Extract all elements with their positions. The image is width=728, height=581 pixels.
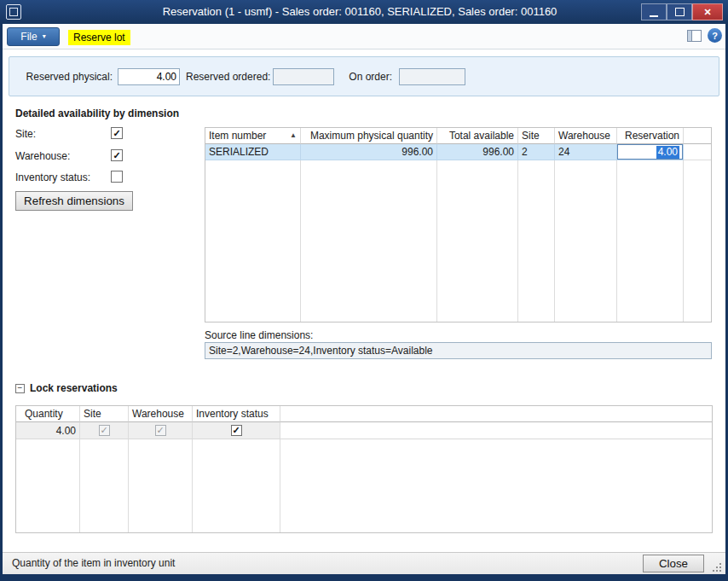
grid-body-filler bbox=[437, 160, 518, 322]
maximize-icon bbox=[675, 8, 685, 16]
layout-icon-pane bbox=[688, 31, 692, 41]
help-icon[interactable]: ? bbox=[708, 28, 722, 43]
cell-site-lock: ✓ bbox=[80, 422, 129, 439]
grid-body-filler bbox=[80, 439, 129, 532]
column-header-label: Site bbox=[84, 408, 101, 420]
refresh-dimensions-button[interactable]: Refresh dimensions bbox=[15, 191, 133, 211]
column-header-label: Inventory status bbox=[196, 408, 269, 420]
reservation-window: Reservation (1 - usmf) - Sales order: 00… bbox=[0, 0, 728, 581]
minimize-icon bbox=[650, 15, 658, 17]
column-header-label: Maximum physical quantity bbox=[310, 130, 433, 142]
grid-body-filler bbox=[684, 160, 711, 322]
collapse-icon[interactable]: − bbox=[15, 384, 25, 393]
column-header-label: Item number bbox=[209, 130, 266, 142]
selected-text: 4.00 bbox=[656, 146, 679, 159]
column-header-site[interactable]: Site bbox=[80, 406, 129, 422]
grid-body-filler bbox=[518, 160, 555, 322]
column-header-reservation[interactable]: Reservation bbox=[617, 128, 684, 144]
close-button[interactable]: Close bbox=[643, 555, 704, 572]
cell-filler bbox=[280, 422, 712, 439]
inventory-status-lock-checkbox[interactable]: ✓ bbox=[231, 425, 242, 436]
availability-grid: Item number ▲ Maximum physical quantity … bbox=[205, 127, 712, 322]
column-header-item-number[interactable]: Item number ▲ bbox=[205, 128, 301, 144]
source-line-dimensions-value: Site=2,Warehouse=24,Inventory status=Ava… bbox=[205, 342, 712, 359]
site-label: Site: bbox=[15, 128, 36, 140]
on-order-label: On order: bbox=[339, 68, 392, 85]
minimize-button[interactable] bbox=[641, 3, 667, 20]
cell-filler bbox=[684, 144, 711, 160]
column-header-label: Total available bbox=[449, 130, 514, 142]
reserved-ordered-field[interactable] bbox=[273, 68, 334, 85]
warehouse-label: Warehouse: bbox=[15, 150, 70, 162]
check-icon: ✓ bbox=[100, 426, 107, 435]
column-header-warehouse[interactable]: Warehouse bbox=[555, 128, 617, 144]
resize-grip[interactable] bbox=[712, 562, 723, 573]
column-header-label: Reservation bbox=[625, 130, 679, 142]
check-icon: ✓ bbox=[113, 151, 120, 160]
cell-total-available[interactable]: 996.00 bbox=[437, 144, 518, 160]
grid-body-filler bbox=[205, 160, 301, 322]
cell-warehouse-lock: ✓ bbox=[129, 422, 193, 439]
reserved-ordered-label: Reserved ordered: bbox=[186, 68, 268, 85]
check-icon: ✓ bbox=[156, 426, 164, 435]
column-header-filler bbox=[280, 406, 712, 422]
column-header-label: Warehouse bbox=[558, 130, 610, 142]
site-checkbox[interactable]: ✓ bbox=[111, 127, 123, 139]
column-header-warehouse[interactable]: Warehouse bbox=[129, 406, 193, 422]
inventory-status-label: Inventory status: bbox=[15, 171, 90, 183]
cell-reservation-editing[interactable]: 4.00 bbox=[617, 144, 684, 160]
check-icon: ✓ bbox=[232, 426, 240, 435]
check-icon: ✓ bbox=[113, 129, 120, 138]
column-header-label: Site bbox=[522, 130, 540, 142]
layout-icon[interactable] bbox=[687, 30, 702, 42]
on-order-field[interactable] bbox=[399, 68, 465, 85]
reserved-physical-field[interactable] bbox=[118, 68, 180, 85]
grid-body-filler bbox=[617, 160, 684, 322]
chevron-down-icon: ▾ bbox=[43, 33, 46, 40]
site-lock-checkbox: ✓ bbox=[99, 425, 110, 436]
app-icon[interactable] bbox=[6, 4, 21, 20]
app-icon-inner bbox=[9, 8, 18, 16]
sort-ascending-icon: ▲ bbox=[286, 132, 297, 139]
grid-body-filler bbox=[280, 439, 712, 532]
cell-item-number[interactable]: SERIALIZED bbox=[205, 144, 301, 160]
column-header-quantity[interactable]: Quantity bbox=[16, 406, 80, 422]
status-text: Quantity of the item in inventory unit bbox=[12, 555, 175, 571]
cell-maximum-physical-quantity[interactable]: 996.00 bbox=[301, 144, 437, 160]
inventory-status-checkbox[interactable]: ✓ bbox=[111, 171, 123, 183]
help-glyph: ? bbox=[712, 31, 718, 41]
column-header-total-available[interactable]: Total available bbox=[437, 128, 518, 144]
maximize-button[interactable] bbox=[667, 3, 692, 20]
cell-inventory-status-lock: ✓ bbox=[193, 422, 280, 439]
warehouse-lock-checkbox: ✓ bbox=[155, 425, 166, 436]
column-header-label: Warehouse bbox=[132, 408, 184, 420]
grid-body-filler bbox=[301, 160, 437, 322]
window-title: Reservation (1 - usmf) - Sales order: 00… bbox=[94, 0, 626, 24]
grid-body-filler bbox=[129, 439, 193, 532]
close-icon: ✕ bbox=[703, 7, 711, 18]
file-menu-button[interactable]: File ▾ bbox=[7, 27, 60, 46]
window-border-left bbox=[0, 24, 3, 581]
column-header-maximum-physical-quantity[interactable]: Maximum physical quantity bbox=[301, 128, 437, 144]
grid-body-filler bbox=[555, 160, 617, 322]
reserved-physical-label: Reserved physical: bbox=[14, 68, 113, 85]
reserve-lot-menu-item[interactable]: Reserve lot bbox=[68, 30, 130, 45]
cell-site[interactable]: 2 bbox=[518, 144, 555, 160]
detailed-availability-heading: Detailed availability by dimension bbox=[15, 107, 179, 119]
grid-body-filler bbox=[16, 439, 80, 532]
column-header-filler bbox=[684, 128, 711, 144]
source-line-dimensions-label: Source line dimensions: bbox=[205, 329, 313, 341]
lock-reservations-heading: Lock reservations bbox=[30, 382, 118, 394]
warehouse-checkbox[interactable]: ✓ bbox=[111, 149, 123, 161]
window-border-bottom bbox=[0, 574, 728, 581]
column-header-inventory-status[interactable]: Inventory status bbox=[193, 406, 280, 422]
close-window-button[interactable]: ✕ bbox=[692, 3, 723, 20]
file-menu-label: File bbox=[20, 31, 37, 43]
cell-quantity[interactable]: 4.00 bbox=[16, 422, 80, 439]
grid-body-filler bbox=[193, 439, 280, 532]
column-header-label: Quantity bbox=[25, 408, 63, 420]
cell-warehouse[interactable]: 24 bbox=[555, 144, 617, 160]
lock-reservations-grid: Quantity Site Warehouse Inventory status… bbox=[15, 405, 713, 533]
column-header-site[interactable]: Site bbox=[518, 128, 555, 144]
